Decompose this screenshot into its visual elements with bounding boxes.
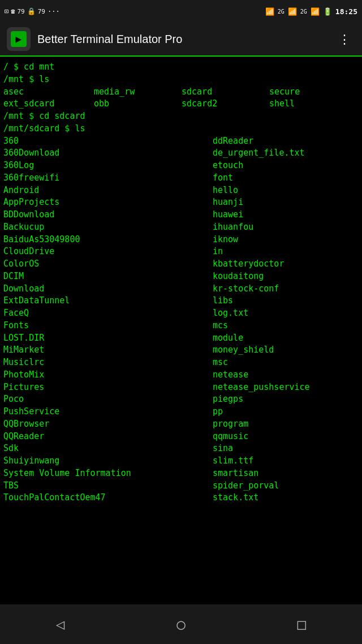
status-icon-3: 79 [17,8,24,15]
signal-2g-2: 2G [300,8,307,15]
status-icon-more: ··· [48,7,60,15]
list-item: pp [213,406,359,418]
list-item: Android [3,184,213,197]
list-item: System Volume Information [3,467,213,480]
list-item: spider_porval [213,480,359,492]
ls-sdcard2: sdcard2 [182,98,269,110]
svg-text:▶: ▶ [16,33,22,45]
list-item: QQReader [3,431,213,443]
list-item: MiMarket [3,344,213,357]
status-left-icons: ⊡ ☎ 79 🔒 79 ··· [5,7,60,15]
list-item: ddReader [213,135,359,148]
cmd-ls-sdcard: /mnt/sdcard $ ls [3,123,359,135]
list-item: Download [3,283,213,295]
signal-bars-1: 📶 [288,7,297,16]
list-item: iknow [213,234,359,246]
status-icon-2: ☎ [11,7,15,15]
terminal-output[interactable]: / $ cd mnt /mnt $ ls asec media_rw sdcar… [0,57,362,604]
list-item: msc [213,357,359,369]
list-item: PushService [3,406,213,418]
list-item: 360Log [3,160,213,172]
ls-two-col: 360360Download360Log360freewifiAndroidAp… [3,135,359,505]
ls-row-1: asec media_rw sdcard secure [3,86,359,98]
list-item: 360freewifi [3,172,213,184]
list-item: ColorOS [3,258,213,271]
list-item: hello [213,184,359,197]
ls-asec: asec [3,86,94,98]
ls-ext-sdcard: ext_sdcard [3,98,94,110]
list-item: netease_pushservice [213,381,359,394]
back-button[interactable]: ◁ [45,611,76,637]
status-right-icons: 📶 2G 📶 2G 📶 🔋 18:25 [265,7,357,16]
cmd-cd-mnt: / $ cd mnt [3,61,359,74]
app-title: Better Terminal Emulator Pro [37,33,334,46]
list-item: smartisan [213,467,359,480]
battery-icon: 🔋 [323,7,332,16]
list-item: sina [213,443,359,455]
list-item: font [213,172,359,184]
list-item: Poco [3,393,213,406]
list-item: LOST.DIR [3,332,213,345]
list-item: in [213,246,359,258]
list-item: DCIM [3,271,213,283]
list-item: QQBrowser [3,418,213,431]
ls-secure: secure [269,86,300,98]
list-item: money_shield [213,344,359,357]
list-item: kbatterydoctor [213,258,359,271]
list-item: TBS [3,480,213,492]
ls-sdcard: sdcard [182,86,269,98]
list-item: Pictures [3,381,213,394]
list-item: huawei [213,209,359,221]
time-display: 18:25 [335,7,357,16]
app-icon: ▶ [7,27,31,51]
list-item: Musiclrc [3,357,213,369]
list-item: Sdk [3,443,213,455]
title-bar: ▶ Better Terminal Emulator Pro ⋮ [0,23,362,57]
wifi-icon: 📶 [265,7,274,16]
list-item: TouchPalContactOem47 [3,492,213,504]
status-icon-1: ⊡ [5,7,8,15]
list-item: etouch [213,160,359,172]
list-item: kr-stock-conf [213,283,359,295]
status-bar: ⊡ ☎ 79 🔒 79 ··· 📶 2G 📶 2G 📶 🔋 18:25 [0,0,362,23]
list-item: slim.ttf [213,455,359,467]
list-item: Fonts [3,320,213,332]
list-item: program [213,418,359,431]
list-item: PhotoMix [3,369,213,381]
recent-button[interactable]: □ [286,611,317,637]
list-item: qqmusic [213,431,359,443]
cmd-cd-sdcard: /mnt $ cd sdcard [3,110,359,123]
signal-bars-2: 📶 [311,7,320,16]
list-item: huanji [213,196,359,209]
list-item: netease [213,369,359,381]
list-item: mcs [213,320,359,332]
ls-media-rw: media_rw [94,86,182,98]
list-item: 360 [3,135,213,148]
cmd-ls-mnt: /mnt $ ls [3,74,359,86]
list-item: log.txt [213,307,359,320]
list-item: ihuanfou [213,221,359,234]
nav-bar: ◁ ○ □ [0,604,362,644]
list-item: de_urgent_file.txt [213,147,359,160]
list-item: Backucup [3,221,213,234]
list-item: AppProjects [3,196,213,209]
list-item: module [213,332,359,345]
ls-obb: obb [94,98,182,110]
menu-icon[interactable]: ⋮ [334,30,355,49]
list-item: koudaitong [213,271,359,283]
list-item: 360Download [3,147,213,160]
list-item: piegps [213,393,359,406]
list-item: BDDownload [3,209,213,221]
list-item: CloudDrive [3,246,213,258]
status-icon-4: 🔒 [27,7,36,15]
list-item: FaceQ [3,307,213,320]
ls-row-2: ext_sdcard obb sdcard2 shell [3,98,359,110]
home-button[interactable]: ○ [165,611,197,637]
ls-left-col: 360360Download360Log360freewifiAndroidAp… [3,135,213,505]
status-icon-5: 79 [38,8,45,15]
list-item: BaiduAs53049800 [3,234,213,246]
list-item: libs [213,295,359,307]
ls-shell: shell [269,98,295,110]
ls-right-col: ddReaderde_urgent_file.txtetouchfonthell… [213,135,359,505]
signal-2g-1: 2G [278,8,285,15]
